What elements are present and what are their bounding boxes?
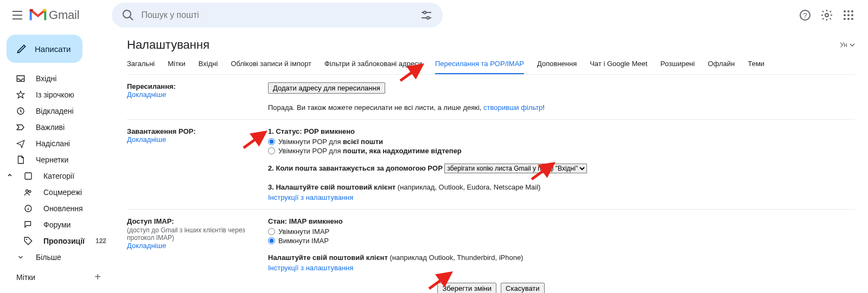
settings-gear-icon[interactable] [820,9,833,22]
settings-tabs: ЗагальніМіткиВхідніОблікові записи й імп… [127,60,855,75]
sidebar-item-draft[interactable]: Чернетки [4,152,114,168]
svg-point-0 [123,10,131,18]
tab-5[interactable]: Пересилання та POP/IMAP [435,60,524,74]
sidebar-item-inbox[interactable]: Вхідні [4,70,114,87]
imap-instructions-link[interactable]: Інструкції з налаштування [268,264,353,272]
section-forwarding: Пересилання: Докладніше Додати адресу дл… [127,75,855,120]
sidebar-item-label: Відкладені [36,107,74,115]
imap-sublabel: (доступ до Gmail з інших клієнтів через … [127,226,257,242]
sidebar-item-count: 122 [95,237,106,245]
svg-point-20 [26,190,29,193]
svg-point-15 [844,18,846,20]
sidebar-item-clock[interactable]: Відкладені [4,103,114,119]
tag-icon [23,236,34,246]
svg-point-13 [847,14,850,16]
inbox-icon [15,73,26,84]
compose-label: Написати [35,44,71,54]
pop-action-select[interactable]: зберігати копію листа Gmail у папці "Вхі… [444,164,587,173]
pop-more-link[interactable]: Докладніше [127,135,166,144]
important-icon [15,122,26,133]
page-title: Налаштування [127,38,209,52]
settings-panel: Налаштування Ун ЗагальніМіткиВхідніОблік… [114,30,868,293]
svg-line-1 [130,17,133,20]
save-button[interactable]: Зберегти зміни [437,283,496,293]
sidebar-item-star[interactable]: Із зірочкою [4,87,114,103]
svg-point-14 [851,14,853,16]
search-icon[interactable] [122,9,135,22]
sidebar-item-label: Більше [36,253,61,262]
search-input[interactable] [140,10,414,21]
search-bar[interactable] [112,3,443,28]
more-icon [15,252,26,263]
labels-header-text: Мітки [16,273,35,282]
body: Написати ВхідніІз зірочкоюВідкладеніВажл… [0,30,868,293]
compose-button[interactable]: Написати [7,35,82,63]
main-menu-icon[interactable] [11,9,24,22]
sidebar-item-label: Вхідні [36,74,56,83]
forwarding-label: Пересилання: [127,82,176,90]
language-selector[interactable]: Ун [840,41,855,49]
cancel-button[interactable]: Скасувати [501,283,545,293]
svg-point-3 [424,11,426,14]
tab-8[interactable]: Розширені [660,60,694,74]
sidebar-item-label: Категорії [43,172,74,180]
pop-label: Завантаження POP: [127,127,196,135]
tab-6[interactable]: Доповнення [537,60,577,74]
action-buttons: Зберегти зміни Скасувати [127,279,855,293]
pop-instructions-link[interactable]: Інструкції з налаштування [268,193,353,201]
svg-point-21 [29,191,31,193]
add-label-icon[interactable]: + [94,271,101,283]
pencil-icon [16,43,27,54]
tab-7[interactable]: Чат і Google Meet [590,60,647,74]
apps-grid-icon[interactable] [842,9,855,22]
section-pop: Завантаження POP: Докладніше 1. Статус: … [127,120,855,210]
sidebar-item-sent[interactable]: Надіслані [4,135,114,152]
gmail-logo[interactable]: Gmail [29,8,79,22]
sidebar-item-important[interactable]: Важливі [4,119,114,135]
forward-tip-text: Порада. Ви також можете пересилати не вс… [268,103,483,112]
search-options-icon[interactable] [420,9,433,22]
svg-point-9 [844,10,846,12]
sidebar-item-category[interactable]: Категорії [4,168,114,184]
svg-text:?: ? [803,11,807,19]
sidebar-item-label: Важливі [36,123,65,132]
draft-icon [15,154,26,165]
svg-point-5 [427,17,429,19]
svg-point-16 [847,18,850,20]
sidebar-item-label: Пропозиції [43,237,85,245]
gmail-m-icon [29,9,47,22]
tab-4[interactable]: Фільтри й заблоковані адреси [324,60,422,74]
sidebar-item-more[interactable]: Більше [4,249,114,265]
header: Gmail ? [0,0,868,30]
help-icon[interactable]: ? [799,9,812,22]
sent-icon [15,138,26,149]
sidebar-item-social[interactable]: Соцмережі [4,184,114,200]
sidebar-item-forums[interactable]: Форуми [4,217,114,233]
sidebar-item-tag[interactable]: Пропозиції122 [4,233,114,249]
tab-3[interactable]: Облікові записи й імпорт [231,60,311,74]
svg-point-25 [26,239,27,240]
forums-icon [23,219,34,230]
imap-enable-radio[interactable]: Увімкнути IMAP [268,227,855,236]
imap-label: Доступ IMAP: [127,217,174,225]
sidebar-item-info[interactable]: Оновлення [4,200,114,217]
tab-1[interactable]: Мітки [168,60,186,74]
sidebar-item-label: Чернетки [36,155,68,164]
imap-disable-radio[interactable]: Вимкнути IMAP [268,237,855,245]
section-imap: Доступ IMAP: (доступ до Gmail з інших кл… [127,210,855,279]
tab-9[interactable]: Офлайн [708,60,735,74]
create-filter-link[interactable]: створивши фільтр [483,103,542,112]
category-icon [23,171,34,181]
social-icon [23,187,34,198]
sidebar-item-label: Соцмережі [43,188,82,197]
add-forward-address-button[interactable]: Додати адресу для пересилання [268,82,385,94]
pop-enable-all-radio[interactable]: Увімкнути POP для всієї пошти [268,138,855,146]
tab-0[interactable]: Загальні [127,60,155,74]
imap-more-link[interactable]: Докладніше [127,242,166,250]
svg-point-10 [847,10,850,12]
tab-2[interactable]: Вхідні [199,60,218,74]
pop-enable-fromnow-radio[interactable]: Увімкнути POP для пошти, яка надходитиме… [268,147,855,155]
forwarding-more-link[interactable]: Докладніше [127,90,166,99]
sidebar-item-label: Оновлення [43,204,83,213]
tab-10[interactable]: Теми [748,60,764,74]
